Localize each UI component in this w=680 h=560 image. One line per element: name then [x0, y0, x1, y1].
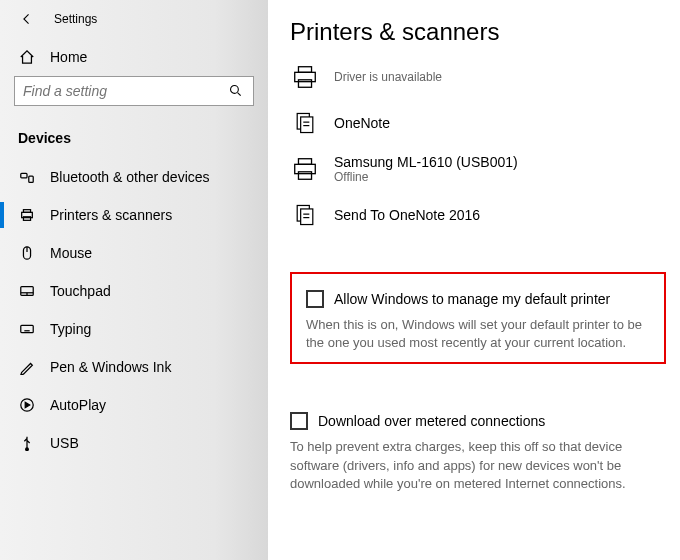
- default-printer-checkbox-row[interactable]: Allow Windows to manage my default print…: [306, 290, 650, 308]
- printer-item[interactable]: Samsung ML-1610 (USB001) Offline: [290, 146, 666, 192]
- bluetooth-icon: [18, 168, 36, 186]
- usb-icon: [18, 434, 36, 452]
- pen-icon: [18, 358, 36, 376]
- home-icon: [18, 48, 36, 66]
- svg-rect-20: [298, 80, 311, 87]
- main-content: Printers & scanners Driver is unavailabl…: [268, 0, 680, 560]
- svg-point-0: [231, 86, 239, 94]
- svg-rect-29: [301, 209, 313, 225]
- nav-label: AutoPlay: [50, 397, 106, 413]
- svg-rect-1: [21, 173, 27, 177]
- doc-printer-icon: [290, 108, 320, 138]
- category-header: Devices: [0, 114, 268, 158]
- svg-rect-27: [298, 172, 311, 179]
- nav-list: Bluetooth & other devices Printers & sca…: [0, 158, 268, 462]
- printer-device-icon: [290, 62, 320, 92]
- sidebar-item-autoplay[interactable]: AutoPlay: [0, 386, 268, 424]
- svg-rect-22: [301, 117, 313, 133]
- printer-name: Samsung ML-1610 (USB001): [334, 154, 518, 170]
- printer-name: Send To OneNote 2016: [334, 207, 480, 223]
- keyboard-icon: [18, 320, 36, 338]
- printer-item[interactable]: Send To OneNote 2016: [290, 192, 666, 238]
- settings-sidebar: Settings Home Devices Bluetooth & other …: [0, 0, 268, 560]
- svg-rect-11: [21, 325, 33, 332]
- sidebar-item-touchpad[interactable]: Touchpad: [0, 272, 268, 310]
- svg-rect-5: [23, 217, 30, 221]
- sidebar-item-usb[interactable]: USB: [0, 424, 268, 462]
- printer-status: Driver is unavailable: [334, 70, 442, 84]
- app-title: Settings: [54, 12, 97, 26]
- svg-rect-26: [298, 159, 311, 165]
- nav-label: Touchpad: [50, 283, 111, 299]
- sidebar-item-bluetooth[interactable]: Bluetooth & other devices: [0, 158, 268, 196]
- printer-item[interactable]: Driver is unavailable: [290, 54, 666, 100]
- checkbox-label: Download over metered connections: [318, 413, 545, 429]
- search-input[interactable]: [23, 83, 227, 99]
- titlebar: Settings: [0, 6, 268, 38]
- touchpad-icon: [18, 282, 36, 300]
- nav-label: Bluetooth & other devices: [50, 169, 210, 185]
- nav-label: Pen & Windows Ink: [50, 359, 171, 375]
- nav-label: Typing: [50, 321, 91, 337]
- default-printer-help: When this is on, Windows will set your d…: [306, 316, 650, 352]
- svg-point-17: [26, 448, 29, 451]
- back-icon[interactable]: [18, 10, 36, 28]
- printer-icon: [18, 206, 36, 224]
- metered-section: Download over metered connections To hel…: [290, 412, 666, 493]
- metered-checkbox-row[interactable]: Download over metered connections: [290, 412, 666, 430]
- sidebar-item-mouse[interactable]: Mouse: [0, 234, 268, 272]
- doc-printer-icon: [290, 200, 320, 230]
- svg-rect-2: [29, 176, 33, 182]
- home-label: Home: [50, 49, 87, 65]
- default-printer-section: Allow Windows to manage my default print…: [290, 272, 666, 364]
- nav-label: Mouse: [50, 245, 92, 261]
- search-icon: [227, 82, 245, 100]
- nav-label: Printers & scanners: [50, 207, 172, 223]
- sidebar-home[interactable]: Home: [0, 38, 268, 76]
- metered-help: To help prevent extra charges, keep this…: [290, 438, 666, 493]
- printer-name: OneNote: [334, 115, 390, 131]
- sidebar-item-pen[interactable]: Pen & Windows Ink: [0, 348, 268, 386]
- checkbox-unchecked[interactable]: [306, 290, 324, 308]
- printer-item[interactable]: OneNote: [290, 100, 666, 146]
- page-title: Printers & scanners: [290, 18, 666, 46]
- autoplay-icon: [18, 396, 36, 414]
- svg-rect-4: [23, 210, 30, 213]
- svg-rect-19: [298, 67, 311, 73]
- sidebar-item-printers[interactable]: Printers & scanners: [0, 196, 268, 234]
- nav-label: USB: [50, 435, 79, 451]
- sidebar-item-typing[interactable]: Typing: [0, 310, 268, 348]
- search-box[interactable]: [14, 76, 254, 106]
- checkbox-unchecked[interactable]: [290, 412, 308, 430]
- printer-device-icon: [290, 154, 320, 184]
- checkbox-label: Allow Windows to manage my default print…: [334, 291, 610, 307]
- printer-status: Offline: [334, 170, 518, 184]
- search-container: [0, 76, 268, 114]
- mouse-icon: [18, 244, 36, 262]
